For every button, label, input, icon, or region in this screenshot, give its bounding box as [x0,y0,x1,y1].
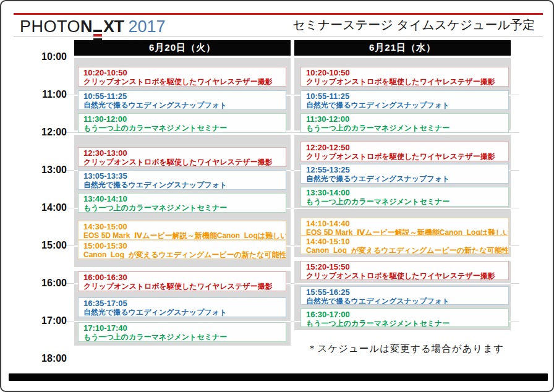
schedule-event-card: 15:00-15:30 Canon Log が変えるウエディングムービーの新たな… [78,240,286,259]
event-time: 11:30-12:00 [83,114,283,124]
schedule-event-card: 12:30-13:00 クリップオンストロボを駆使したワイヤレステザー撮影 [78,147,286,167]
schedule-event-card: 12:20-12:50 クリップオンストロボを駆使したワイヤレステザー撮影 [300,142,509,161]
schedule-event-card: 10:55-11:25 自然光で撮るウエディングスナップフォト [300,90,509,110]
event-time: 12:30-13:00 [83,148,283,158]
event-time: 13:05-13:35 [83,171,283,181]
schedule-event-card: 11:30-12:00 もう一つ上のカラーマネジメントセミナー [300,113,509,133]
event-time: 14:40-15:10 [306,237,506,246]
schedule-event-card: 14:40-15:10 Canon Log が変えるウエディングムービーの新たな… [300,236,509,254]
event-title: クリップオンストロボを駆使したワイヤレステザー撮影 [83,77,283,86]
event-title: もう一つ上のカラーマネジメントセミナー [83,124,283,132]
seminar-schedule-slide: PHOTONXT2017 セミナーステージ タイムスケジュール予定 6月20日（… [0,0,554,392]
event-title: EOS 5D Mark Ⅳムービー解説～新機能Canon Logは難しい？ [306,228,506,236]
time-axis-label: 13:00 [25,164,67,176]
page-title: セミナーステージ タイムスケジュール予定 [281,17,547,33]
event-title: 自然光で撮るウエディングスナップフォト [83,308,283,317]
header-divider [14,36,543,37]
event-title: もう一つ上のカラーマネジメントセミナー [83,333,283,341]
schedule-event-card: 14:10-14:40 EOS 5D Mark Ⅳムービー解説～新機能Canon… [300,218,509,236]
event-title: もう一つ上のカラーマネジメントセミナー [306,124,506,132]
time-axis-label: 11:00 [25,88,67,101]
schedule-event-card: 15:55-16:25 自然光で撮るウエディングスナップフォト [300,286,509,305]
event-time: 16:30-17:00 [306,310,506,319]
time-axis-label: 16:00 [25,277,67,289]
schedule-event-card: 13:05-13:35 自然光で撮るウエディングスナップフォト [78,170,286,190]
schedule-event-card: 15:20-15:50 クリップオンストロボを駆使したワイヤレステザー撮影 [300,261,509,280]
event-time: 12:55-13:25 [306,165,506,174]
logo-photo-text: PHOTO [20,17,80,36]
schedule-event-card: 14:30-15:00 EOS 5D Mark Ⅳムービー解説～新機能Canon… [78,221,286,240]
logo-year: 2017 [129,17,166,36]
schedule-event-card: 16:30-17:00 もう一つ上のカラーマネジメントセミナー [300,309,509,327]
schedule-event-card: 16:00-16:30 クリップオンストロボを駆使したワイヤレステザー撮影 [78,271,286,291]
event-time: 11:30-12:00 [306,114,506,124]
schedule-event-card: 16:35-17:05 自然光で撮るウエディングスナップフォト [78,297,286,317]
event-time: 15:00-15:30 [83,241,283,250]
hour-gridline-white [294,208,511,209]
event-title: クリップオンストロボを駆使したワイヤレステザー撮影 [306,271,506,280]
event-title: Canon Log が変えるウエディングムービーの新たな可能性 [306,246,506,254]
logo-n-text: N [80,17,92,36]
event-title: 自然光で撮るウエディングスナップフォト [83,181,283,189]
event-title: クリップオンストロボを駆使したワイヤレステザー撮影 [306,77,506,86]
event-time: 14:10-14:40 [306,219,506,228]
event-time: 12:20-12:50 [306,143,506,152]
event-time: 13:30-14:00 [306,188,506,197]
event-time: 15:55-16:25 [306,288,506,297]
day-header-tue: 6月20日（火） [74,40,291,56]
schedule-event-card: 13:30-14:00 もう一つ上のカラーマネジメントセミナー [300,187,509,207]
schedule-event-card: 13:40-14:10 もう一つ上のカラーマネジメントセミナー [78,193,286,213]
day-header-wed: 6月21日（水） [294,40,511,56]
event-time: 17:10-17:40 [83,323,283,333]
event-time: 10:55-11:25 [83,92,283,101]
event-title: 自然光で撮るウエディングスナップフォト [306,297,506,305]
bottom-bar [9,373,548,381]
time-axis-label: 10:00 [25,51,67,63]
event-title: EOS 5D Mark Ⅳムービー解説～新機能Canon Logは難しい？ [83,231,283,240]
schedule-note: ＊スケジュールは変更する場合があります [294,343,517,356]
event-title: 自然光で撮るウエディングスナップフォト [306,174,506,183]
event-time: 13:40-14:10 [83,194,283,203]
event-time: 16:35-17:05 [83,299,283,308]
schedule-event-card: 11:30-12:00 もう一つ上のカラーマネジメントセミナー [78,113,286,133]
schedule-event-card: 10:20-10:50 クリップオンストロボを駆使したワイヤレステザー撮影 [300,67,509,87]
event-title: 自然光で撮るウエディングスナップフォト [83,101,283,109]
logo-xt-text: XT [103,17,124,36]
schedule-event-card: 17:10-17:40 もう一つ上のカラーマネジメントセミナー [78,322,286,342]
time-axis-label: 12:00 [25,126,67,138]
time-axis-label: 14:00 [25,202,67,214]
top-accent-line [14,13,543,15]
event-title: もう一つ上のカラーマネジメントセミナー [83,203,283,212]
event-time: 15:20-15:50 [306,262,506,271]
event-time: 10:20-10:50 [83,68,283,77]
schedule-event-card: 10:55-11:25 自然光で撮るウエディングスナップフォト [78,90,286,110]
event-time: 14:30-15:00 [83,222,283,231]
event-time: 10:55-11:25 [306,92,506,101]
event-title: Canon Log が変えるウエディングムービーの新たな可能性 [83,250,283,259]
time-axis-label: 17:00 [25,315,67,327]
event-title: もう一つ上のカラーマネジメントセミナー [306,197,506,206]
photonext-logo: PHOTONXT2017 [20,17,166,41]
event-title: クリップオンストロボを駆使したワイヤレステザー撮影 [83,282,283,291]
hour-gridline-white [294,283,511,284]
event-title: 自然光で撮るウエディングスナップフォト [306,101,506,109]
event-title: もう一つ上のカラーマネジメントセミナー [306,319,506,327]
logo-e-glyph [93,30,102,41]
time-axis-label: 18:00 [25,352,67,365]
event-title: クリップオンストロボを駆使したワイヤレステザー撮影 [306,152,506,161]
event-title: クリップオンストロボを駆使したワイヤレステザー撮影 [83,158,283,166]
schedule-event-card: 12:55-13:25 自然光で撮るウエディングスナップフォト [300,164,509,184]
event-time: 16:00-16:30 [83,273,283,282]
event-time: 10:20-10:50 [306,68,506,77]
schedule-event-card: 10:20-10:50 クリップオンストロボを駆使したワイヤレステザー撮影 [78,67,286,87]
time-axis-label: 15:00 [25,239,67,252]
